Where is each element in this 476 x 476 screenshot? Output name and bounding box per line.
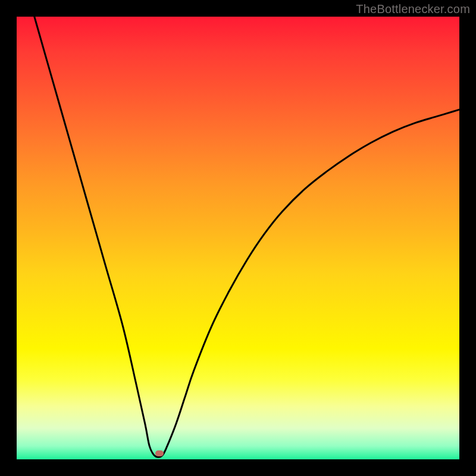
chart-frame: TheBottlenecker.com: [0, 0, 476, 476]
bottleneck-curve-path: [35, 17, 459, 457]
curve-svg: [17, 17, 459, 459]
plot-area: [17, 17, 459, 459]
watermark-text: TheBottlenecker.com: [356, 2, 470, 16]
optimal-point-marker: [155, 450, 164, 456]
